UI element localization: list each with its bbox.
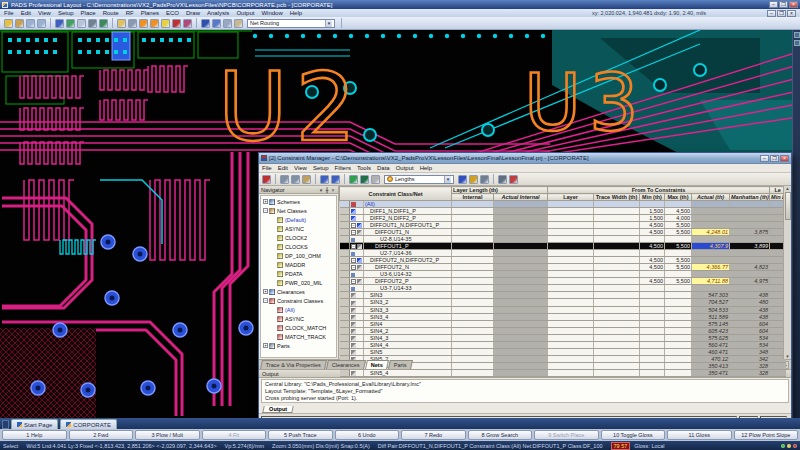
- tree-item-all[interactable]: (All): [261, 305, 336, 314]
- output-tab[interactable]: Output: [262, 406, 294, 413]
- layer-cell[interactable]: [548, 271, 594, 278]
- cm-titlebar[interactable]: [2] Constraint Manager - C:\Demonstratio…: [259, 153, 791, 164]
- row-selector[interactable]: [340, 215, 350, 222]
- header-layer[interactable]: Layer: [548, 194, 594, 201]
- tree-item-net-classes[interactable]: −Net Classes: [261, 206, 336, 215]
- grid-row-u3-7-u14-33[interactable]: U3-7,U14-33: [340, 285, 786, 292]
- tree-item-dp-100-ohm[interactable]: DP_100_OHM: [261, 251, 336, 260]
- cm-menu-file[interactable]: File: [262, 165, 272, 171]
- trace-width-cell[interactable]: [594, 299, 640, 306]
- undo-icon[interactable]: [26, 19, 35, 28]
- max-cell[interactable]: [665, 306, 692, 313]
- app-menu-draw[interactable]: Draw: [186, 10, 200, 16]
- fkey-12-plow-point-slope[interactable]: 12 Plow Point Slope: [734, 430, 799, 440]
- trace-width-cell[interactable]: [594, 292, 640, 299]
- collapse-box[interactable]: −: [351, 223, 356, 228]
- app-menu-setup[interactable]: Setup: [58, 10, 74, 16]
- scroll-up-icon[interactable]: ▲: [785, 186, 789, 191]
- layer-cell[interactable]: [548, 264, 594, 271]
- app-menu-route[interactable]: Route: [103, 10, 119, 16]
- report-icon[interactable]: [223, 19, 232, 28]
- tree-item-clock-match[interactable]: CLOCK_MATCH: [261, 323, 336, 332]
- layer-cell[interactable]: [548, 320, 594, 327]
- docked-panel-edge[interactable]: [792, 30, 800, 418]
- internal-cell[interactable]: [452, 257, 494, 264]
- row-selector[interactable]: [340, 208, 350, 215]
- tree-item-schemes[interactable]: +Schemes: [261, 197, 336, 206]
- app-menu-window[interactable]: Window: [261, 10, 282, 16]
- database-icon[interactable]: [212, 19, 221, 28]
- chevron-down-icon[interactable]: ▾: [444, 176, 451, 183]
- cm-menu-setup[interactable]: Setup: [313, 165, 329, 171]
- netline-icon[interactable]: [201, 19, 210, 28]
- app-menu-rf[interactable]: RF: [126, 10, 134, 16]
- tree-item-parts[interactable]: +Parts: [261, 341, 336, 350]
- filter-icon[interactable]: [480, 175, 489, 184]
- undo-icon[interactable]: [320, 175, 329, 184]
- collapse-box[interactable]: −: [351, 265, 356, 270]
- route-diamond2-icon[interactable]: [150, 19, 159, 28]
- max-cell[interactable]: [665, 313, 692, 320]
- max-cell[interactable]: [665, 285, 692, 292]
- trace-width-cell[interactable]: [594, 208, 640, 215]
- expand-icon[interactable]: +: [263, 199, 268, 204]
- scheme-combo[interactable]: Net Routing ▾: [247, 19, 335, 28]
- tree-item-match-track[interactable]: MATCH_TRACK: [261, 332, 336, 341]
- wrench-icon[interactable]: [498, 175, 507, 184]
- layer-cell[interactable]: [548, 201, 594, 208]
- scrollbar-thumb[interactable]: [785, 192, 791, 220]
- cm-tab-nets[interactable]: Nets: [365, 360, 389, 369]
- gear-icon[interactable]: [128, 19, 137, 28]
- child-close-button[interactable]: ×: [787, 10, 796, 17]
- doc-tab-corporate[interactable]: CORPORATE: [60, 419, 117, 429]
- minimize-button[interactable]: ‒: [769, 1, 778, 8]
- paste-icon[interactable]: [302, 175, 311, 184]
- grid-row-diffout1-n[interactable]: −DIFFOUT1_N4,5005,5004,248.013,875: [340, 229, 786, 236]
- grid-row-sin4-4[interactable]: SIN4_4560.471534: [340, 341, 786, 348]
- trace-width-cell[interactable]: [594, 229, 640, 236]
- selected-component[interactable]: [112, 32, 130, 60]
- max-cell[interactable]: [665, 348, 692, 355]
- grid-row-sin4-2[interactable]: SIN4_2605.423604: [340, 327, 786, 334]
- ruler-icon[interactable]: [371, 175, 380, 184]
- layer-cell[interactable]: [548, 222, 594, 229]
- expand-icon[interactable]: +: [263, 289, 268, 294]
- fkey-7-redo[interactable]: 7 Redo: [401, 430, 466, 440]
- cm-menu-view[interactable]: View: [294, 165, 307, 171]
- trace-width-cell[interactable]: [594, 278, 640, 285]
- drc-warning-icon[interactable]: [161, 19, 170, 28]
- folder-icon[interactable]: [117, 19, 126, 28]
- grid-row-sin3-2[interactable]: SIN3_2704.527480: [340, 299, 786, 306]
- max-cell[interactable]: 4,000: [665, 215, 692, 222]
- collapse-box[interactable]: −: [351, 244, 356, 249]
- collapse-box[interactable]: −: [351, 279, 356, 284]
- min-cell[interactable]: [640, 285, 665, 292]
- min-cell[interactable]: 1,500: [640, 215, 665, 222]
- fkey-8-grow-search[interactable]: 8 Grow Search: [468, 430, 533, 440]
- trace-width-cell[interactable]: [594, 320, 640, 327]
- row-selector[interactable]: [340, 292, 350, 299]
- internal-cell[interactable]: [452, 320, 494, 327]
- grid-row-all[interactable]: (All): [340, 201, 786, 208]
- trace-width-cell[interactable]: [594, 355, 640, 362]
- layer-cell[interactable]: [548, 278, 594, 285]
- internal-cell[interactable]: [452, 327, 494, 334]
- max-cell[interactable]: [665, 327, 692, 334]
- row-selector[interactable]: [340, 285, 350, 292]
- cm-restore-button[interactable]: ❐: [770, 155, 779, 162]
- min-cell[interactable]: [640, 292, 665, 299]
- panel-pin-icon[interactable]: [794, 32, 800, 38]
- min-cell[interactable]: [640, 334, 665, 341]
- trace-width-cell[interactable]: [594, 313, 640, 320]
- place-part-icon[interactable]: [66, 19, 75, 28]
- layer-cell[interactable]: [548, 341, 594, 348]
- display-browser-icon[interactable]: [349, 175, 358, 184]
- trace-width-cell[interactable]: [594, 334, 640, 341]
- layer-cell[interactable]: [548, 236, 594, 243]
- min-cell[interactable]: [640, 348, 665, 355]
- grid-vertical-scrollbar[interactable]: ▲ ▼: [783, 186, 791, 359]
- internal-cell[interactable]: [452, 313, 494, 320]
- restore-button[interactable]: ❐: [779, 1, 788, 8]
- layer-cell[interactable]: [548, 348, 594, 355]
- cm-tab-parts[interactable]: Parts: [388, 360, 413, 369]
